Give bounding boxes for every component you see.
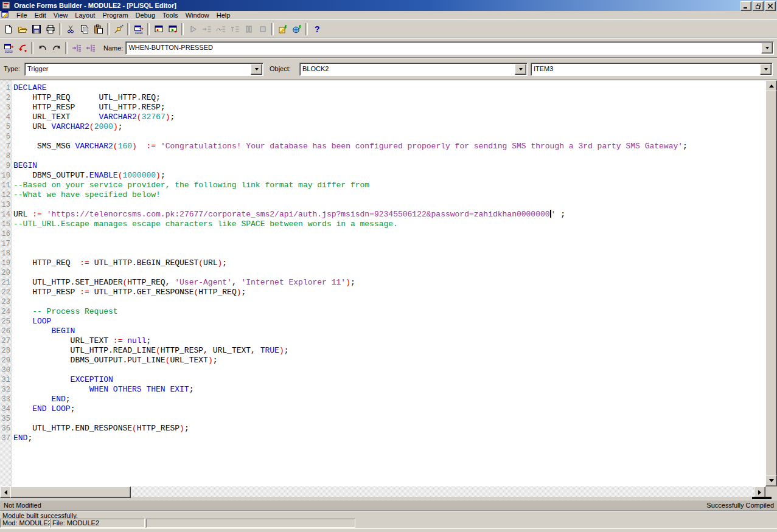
connect-icon bbox=[114, 24, 124, 34]
code-line[interactable]: 32 WHEN OTHERS THEN EXIT; bbox=[0, 385, 777, 395]
code-line[interactable]: 13 bbox=[0, 200, 777, 210]
code-line[interactable]: 35 bbox=[0, 414, 777, 424]
menu-layout[interactable]: Layout bbox=[71, 12, 99, 19]
undo-button[interactable] bbox=[35, 41, 49, 55]
code-text: URL_TEXT := null; bbox=[10, 336, 151, 346]
code-line[interactable]: 16 bbox=[0, 229, 777, 239]
code-line[interactable]: 8 bbox=[0, 151, 777, 161]
type-combo[interactable]: Trigger bbox=[24, 63, 263, 76]
redo-button[interactable] bbox=[49, 41, 63, 55]
type-combo-arrow[interactable] bbox=[251, 64, 262, 75]
code-line[interactable]: 11--Based on your service provider, the … bbox=[0, 181, 777, 190]
connect-button[interactable] bbox=[111, 22, 125, 36]
cut-button[interactable] bbox=[63, 22, 77, 36]
restore-button[interactable] bbox=[753, 1, 764, 11]
menu-program[interactable]: Program bbox=[99, 12, 131, 19]
code-line[interactable]: 28 UTL_HTTP.READ_LINE(HTTP_RESP, URL_TEX… bbox=[0, 346, 777, 356]
new-file-button[interactable] bbox=[1, 22, 15, 36]
compile-button[interactable] bbox=[276, 22, 290, 36]
item-combo[interactable]: ITEM3 bbox=[531, 63, 773, 76]
code-line[interactable]: 27 URL_TEXT := null; bbox=[0, 336, 777, 346]
code-line[interactable]: 34 END LOOP; bbox=[0, 404, 777, 414]
menu-help[interactable]: Help bbox=[213, 12, 234, 19]
item-combo-arrow[interactable] bbox=[760, 64, 772, 75]
scroll-down-button[interactable] bbox=[765, 475, 777, 486]
open-button[interactable] bbox=[15, 22, 29, 36]
code-line[interactable]: 9BEGIN bbox=[0, 161, 777, 171]
menu-file[interactable]: File bbox=[13, 12, 31, 19]
code-line[interactable]: 3 HTTP_RESP UTL_HTTP.RESP; bbox=[0, 103, 777, 112]
code-line[interactable]: 5 URL VARCHAR2(2000); bbox=[0, 122, 777, 132]
code-line[interactable]: 10 DBMS_OUTPUT.ENABLE(1000000); bbox=[0, 171, 777, 181]
code-line[interactable]: 19 HTTP_REQ := UTL_HTTP.BEGIN_REQUEST(UR… bbox=[0, 258, 777, 268]
horizontal-scrollbar[interactable] bbox=[0, 486, 765, 497]
code-line[interactable]: 25 LOOP bbox=[0, 317, 777, 326]
code-line[interactable]: 14URL := 'https://telenorcsms.com.pk:276… bbox=[0, 210, 777, 219]
help-button[interactable]: ? bbox=[310, 22, 324, 36]
status-message: Module built successfully. bbox=[2, 512, 78, 519]
code-text bbox=[10, 132, 13, 142]
code-line[interactable]: 18 bbox=[0, 249, 777, 258]
code-line[interactable]: 20 bbox=[0, 268, 777, 278]
code-line[interactable]: 30 bbox=[0, 365, 777, 375]
code-line[interactable]: 33 END; bbox=[0, 395, 777, 404]
horizontal-scroll-thumb[interactable] bbox=[10, 486, 131, 498]
paste-button[interactable] bbox=[91, 22, 105, 36]
code-text: BEGIN bbox=[10, 326, 75, 336]
go-button[interactable] bbox=[186, 22, 200, 36]
menu-debug[interactable]: Debug bbox=[132, 12, 159, 19]
menu-tools[interactable]: Tools bbox=[159, 12, 182, 19]
vertical-scrollbar[interactable] bbox=[765, 80, 776, 486]
code-line[interactable]: 26 BEGIN bbox=[0, 326, 777, 336]
compile-all-button[interactable] bbox=[290, 22, 304, 36]
copy-button[interactable] bbox=[77, 22, 91, 36]
code-line[interactable]: 24 -- Process Request bbox=[0, 307, 777, 317]
indent-button[interactable] bbox=[69, 41, 83, 55]
revert-button[interactable] bbox=[15, 41, 29, 55]
vertical-scroll-thumb[interactable] bbox=[765, 91, 777, 476]
pause-icon bbox=[244, 24, 254, 34]
code-line[interactable]: 2 HTTP_REQ UTL_HTTP.REQ; bbox=[0, 93, 777, 103]
code-line[interactable]: 15--UTL_URL.Escape manages escape charac… bbox=[0, 219, 777, 229]
step-over-button[interactable] bbox=[214, 22, 228, 36]
line-number: 18 bbox=[0, 249, 10, 258]
stop-button[interactable] bbox=[256, 22, 270, 36]
minimize-button[interactable] bbox=[740, 1, 751, 11]
code-line[interactable]: 37END; bbox=[0, 434, 777, 443]
object-combo-arrow[interactable] bbox=[515, 64, 526, 75]
code-line[interactable]: 6 bbox=[0, 132, 777, 142]
code-line[interactable]: 7 SMS_MSG VARCHAR2(160) := 'Congratulati… bbox=[0, 142, 777, 151]
run-form-button[interactable]: 01010 bbox=[131, 22, 145, 36]
code-area[interactable]: 1DECLARE2 HTTP_REQ UTL_HTTP.REQ;3 HTTP_R… bbox=[0, 83, 777, 443]
print-button[interactable] bbox=[43, 22, 57, 36]
code-line[interactable]: 23 bbox=[0, 297, 777, 307]
name-combo-arrow[interactable] bbox=[761, 43, 773, 54]
line-number: 2 bbox=[0, 93, 10, 103]
save-button[interactable] bbox=[29, 22, 43, 36]
menu-view[interactable]: View bbox=[50, 12, 72, 19]
code-line[interactable]: 1DECLARE bbox=[0, 83, 777, 93]
step-out-button[interactable] bbox=[228, 22, 242, 36]
code-line[interactable]: 29 DBMS_OUTPUT.PUT_LINE(URL_TEXT); bbox=[0, 356, 777, 365]
close-button[interactable] bbox=[765, 1, 776, 11]
outdent-button[interactable] bbox=[83, 41, 97, 55]
code-line[interactable]: 22 HTTP_RESP := UTL_HTTP.GET_RESPONSE(HT… bbox=[0, 288, 777, 297]
compile-plsql-button[interactable]: 01010 bbox=[1, 41, 15, 55]
chevron-down-icon bbox=[764, 68, 768, 72]
code-line[interactable]: 36 UTL_HTTP.END_RESPONSE(HTTP_RESP); bbox=[0, 424, 777, 434]
object-combo[interactable]: BLOCK2 bbox=[299, 63, 528, 76]
code-line[interactable]: 17 bbox=[0, 239, 777, 249]
menu-window[interactable]: Window bbox=[182, 12, 213, 19]
debug-run-button[interactable] bbox=[166, 22, 179, 36]
code-line[interactable]: 12--What we have specified below! bbox=[0, 190, 777, 200]
code-line[interactable]: 31 EXCEPTION bbox=[0, 375, 777, 385]
code-line[interactable]: 4 URL_TEXT VARCHAR2(32767); bbox=[0, 112, 777, 122]
step-into-button[interactable] bbox=[200, 22, 214, 36]
pause-button[interactable] bbox=[242, 22, 256, 36]
code-line[interactable]: 21 UTL_HTTP.SET_HEADER(HTTP_REQ, 'User-A… bbox=[0, 278, 777, 288]
menu-edit[interactable]: Edit bbox=[31, 12, 50, 19]
debug-console-button[interactable] bbox=[152, 22, 166, 36]
name-combo[interactable]: WHEN-BUTTON-PRESSED bbox=[125, 41, 774, 55]
code-editor[interactable]: 1DECLARE2 HTTP_REQ UTL_HTTP.REQ;3 HTTP_R… bbox=[0, 80, 777, 487]
code-text: --Based on your service provider, the fo… bbox=[10, 181, 369, 190]
